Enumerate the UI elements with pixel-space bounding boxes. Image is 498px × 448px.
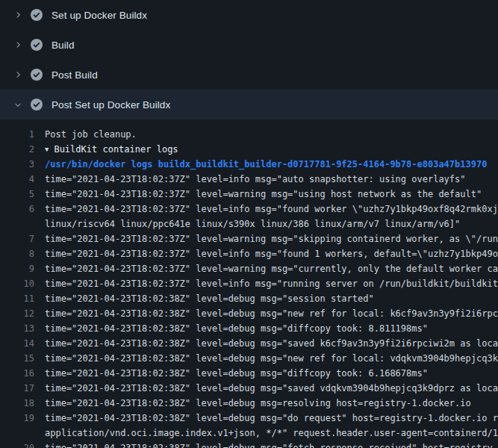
log-line: 2▼BuildKit container logs (0, 142, 498, 157)
log-text: Post job cleanup. (45, 127, 498, 142)
chevron-right-icon (12, 9, 24, 21)
line-number[interactable]: 6 (0, 202, 45, 217)
log-text-line: time="2021-04-23T18:02:37Z" level=info m… (45, 246, 498, 261)
log-text-line: time="2021-04-23T18:02:38Z" level=debug … (45, 411, 498, 426)
log-text-line: Post job cleanup. (45, 127, 498, 142)
log-line: 16time="2021-04-23T18:02:38Z" level=debu… (0, 366, 498, 381)
log-text: time="2021-04-23T18:02:37Z" level=warnin… (45, 261, 498, 276)
line-number[interactable]: 18 (0, 396, 45, 411)
log-text-line: time="2021-04-23T18:02:38Z" level=debug … (45, 396, 498, 411)
line-number[interactable]: 11 (0, 291, 45, 306)
log-text-line: time="2021-04-23T18:02:37Z" level=warnin… (45, 231, 498, 246)
log-line: 17time="2021-04-23T18:02:38Z" level=debu… (0, 381, 498, 396)
chevron-right-icon (12, 39, 24, 51)
log-text: time="2021-04-23T18:02:38Z" level=debug … (45, 336, 498, 351)
log-line: 1Post job cleanup. (0, 127, 498, 142)
log-text-line: time="2021-04-23T18:02:38Z" level=debug … (45, 366, 498, 381)
log-line: 6time="2021-04-23T18:02:37Z" level=info … (0, 202, 498, 231)
step-label: Set up Docker Buildx (52, 10, 147, 21)
step-label: Post Set up Docker Buildx (52, 99, 170, 111)
log-text-line: time="2021-04-23T18:02:38Z" level=debug … (45, 306, 498, 321)
log-group-header[interactable]: ▼BuildKit container logs (45, 142, 498, 157)
log-text-line: ▼BuildKit container logs (45, 142, 498, 157)
log-text: time="2021-04-23T18:02:38Z" level=debug … (45, 366, 498, 381)
line-number[interactable]: 8 (0, 246, 45, 261)
log-container: 1Post job cleanup.2▼BuildKit container l… (0, 119, 498, 448)
log-text-wrap: linux/riscv64 linux/ppc641e linux/s390x … (45, 217, 498, 231)
log-text: time="2021-04-23T18:02:37Z" level=info m… (45, 172, 498, 187)
log-text: time="2021-04-23T18:02:38Z" level=debug … (45, 351, 498, 366)
log-line: 9time="2021-04-23T18:02:37Z" level=warni… (0, 261, 498, 276)
log-text-wrap: application/vnd.oci.image.index.v1+json,… (45, 426, 498, 441)
log-text-line: time="2021-04-23T18:02:37Z" level=info m… (45, 276, 498, 291)
step-header-post-set-up-docker-buildx[interactable]: Post Set up Docker Buildx (0, 90, 498, 119)
log-text: time="2021-04-23T18:02:37Z" level=warnin… (45, 187, 498, 202)
line-number[interactable]: 4 (0, 172, 45, 187)
line-number[interactable]: 15 (0, 351, 45, 366)
line-number[interactable]: 3 (0, 157, 45, 172)
log-text: time="2021-04-23T18:02:38Z" level=debug … (45, 411, 498, 441)
log-line: 19time="2021-04-23T18:02:38Z" level=debu… (0, 411, 498, 441)
log-line: 20time="2021-04-23T18:02:38Z" level=debu… (0, 441, 498, 448)
step-header-build[interactable]: Build (0, 30, 498, 60)
log-line: 4time="2021-04-23T18:02:37Z" level=info … (0, 172, 498, 187)
chevron-right-icon (12, 69, 24, 81)
log-line: 5time="2021-04-23T18:02:37Z" level=warni… (0, 187, 498, 202)
log-text: time="2021-04-23T18:02:38Z" level=debug … (45, 381, 498, 396)
step-label: Post Build (52, 69, 98, 81)
line-number[interactable]: 16 (0, 366, 45, 381)
log-line: 10time="2021-04-23T18:02:37Z" level=info… (0, 276, 498, 291)
log-line: 15time="2021-04-23T18:02:38Z" level=debu… (0, 351, 498, 366)
log-text-line: time="2021-04-23T18:02:37Z" level=warnin… (45, 261, 498, 276)
log-line: 3/usr/bin/docker logs buildx_buildkit_bu… (0, 157, 498, 172)
log-text-line: time="2021-04-23T18:02:37Z" level=warnin… (45, 187, 498, 202)
log-text-line: time="2021-04-23T18:02:37Z" level=info m… (45, 202, 498, 217)
line-number[interactable]: 20 (0, 441, 45, 448)
steps-list: Set up Docker BuildxBuildPost BuildPost … (0, 0, 498, 119)
log-text: time="2021-04-23T18:02:38Z" level=debug … (45, 306, 498, 321)
line-number[interactable]: 10 (0, 276, 45, 291)
log-command-text: /usr/bin/docker logs buildx_buildkit_bui… (45, 157, 498, 172)
log-text-line: time="2021-04-23T18:02:37Z" level=info m… (45, 172, 498, 187)
log-line: 7time="2021-04-23T18:02:37Z" level=warni… (0, 231, 498, 246)
log-text: time="2021-04-23T18:02:37Z" level=info m… (45, 246, 498, 261)
check-circle-icon (31, 69, 43, 81)
step-label: Build (52, 40, 75, 51)
log-text-line: time="2021-04-23T18:02:38Z" level=debug … (45, 291, 498, 306)
log-text-line: time="2021-04-23T18:02:38Z" level=debug … (45, 351, 498, 366)
log-text: time="2021-04-23T18:02:38Z" level=debug … (45, 321, 498, 336)
log-text: time="2021-04-23T18:02:37Z" level=warnin… (45, 231, 498, 246)
step-header-post-build[interactable]: Post Build (0, 60, 498, 90)
line-number[interactable]: 17 (0, 381, 45, 396)
step-header-set-up-docker-buildx[interactable]: Set up Docker Buildx (0, 0, 498, 30)
log-text: time="2021-04-23T18:02:38Z" level=debug … (45, 396, 498, 411)
log-text: time="2021-04-23T18:02:38Z" level=debug … (45, 291, 498, 306)
log-line: 11time="2021-04-23T18:02:38Z" level=debu… (0, 291, 498, 306)
chevron-down-icon (12, 99, 24, 111)
line-number[interactable]: 19 (0, 411, 45, 426)
actions-log-panel: Set up Docker BuildxBuildPost BuildPost … (0, 0, 498, 448)
log-text-line: /usr/bin/docker logs buildx_buildkit_bui… (45, 157, 498, 172)
line-number[interactable]: 1 (0, 127, 45, 142)
log-text-line: time="2021-04-23T18:02:38Z" level=debug … (45, 381, 498, 396)
log-text: time="2021-04-23T18:02:37Z" level=info m… (45, 276, 498, 291)
line-number[interactable]: 7 (0, 231, 45, 246)
line-number[interactable]: 9 (0, 261, 45, 276)
check-circle-icon (31, 39, 43, 51)
line-number[interactable]: 13 (0, 321, 45, 336)
line-number[interactable]: 5 (0, 187, 45, 202)
log-line: 13time="2021-04-23T18:02:38Z" level=debu… (0, 321, 498, 336)
log-line: 18time="2021-04-23T18:02:38Z" level=debu… (0, 396, 498, 411)
log-text-line: time="2021-04-23T18:02:38Z" level=debug … (45, 336, 498, 351)
log-line: 12time="2021-04-23T18:02:38Z" level=debu… (0, 306, 498, 321)
line-number[interactable]: 2 (0, 142, 45, 157)
line-number[interactable]: 12 (0, 306, 45, 321)
log-text: time="2021-04-23T18:02:38Z" level=debug … (45, 441, 498, 448)
log-text-line: time="2021-04-23T18:02:38Z" level=debug … (45, 321, 498, 336)
line-number[interactable]: 14 (0, 336, 45, 351)
check-circle-icon (31, 9, 43, 21)
log-text-line: time="2021-04-23T18:02:38Z" level=debug … (45, 441, 498, 448)
log-text: time="2021-04-23T18:02:37Z" level=info m… (45, 202, 498, 231)
disclosure-triangle-icon: ▼ (45, 142, 49, 157)
log-line: 8time="2021-04-23T18:02:37Z" level=info … (0, 246, 498, 261)
